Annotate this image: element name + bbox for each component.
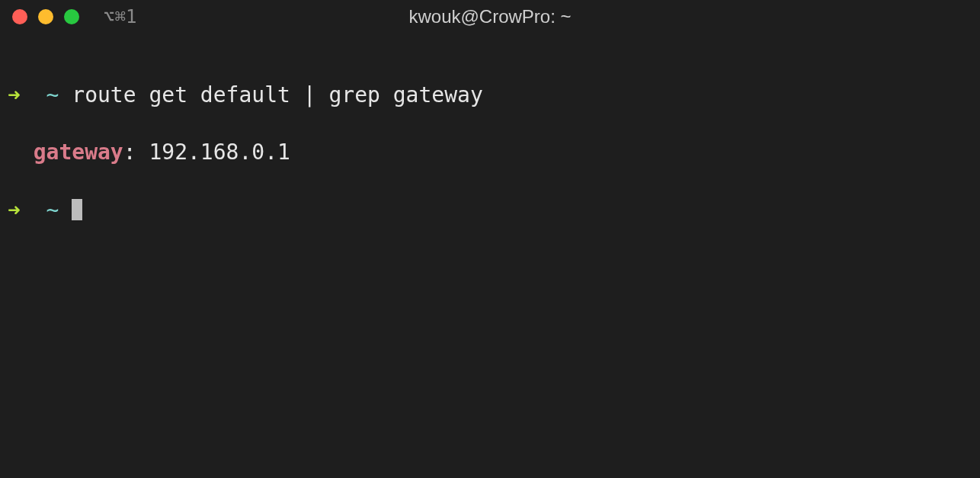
minimize-window-button[interactable]: [38, 9, 53, 24]
output-line-1: gateway: 192.168.0.1: [8, 138, 972, 167]
prompt-arrow-icon: ➜: [8, 197, 21, 223]
tab-shortcut-label: ⌥⌘1: [104, 6, 136, 27]
window-title: kwouk@CrowPro: ~: [408, 6, 571, 27]
prompt-line-2: ➜ ~: [8, 196, 972, 225]
output-value: 192.168.0.1: [149, 140, 290, 165]
zoom-window-button[interactable]: [64, 9, 79, 24]
window-titlebar: ⌥⌘1 kwouk@CrowPro: ~: [0, 0, 980, 34]
traffic-lights: [12, 9, 79, 24]
close-window-button[interactable]: [12, 9, 27, 24]
entered-command: route get default | grep gateway: [72, 82, 482, 107]
output-key: gateway: [34, 140, 123, 165]
terminal-output-area[interactable]: ➜ ~ route get default | grep gateway gat…: [0, 34, 980, 261]
output-sep: :: [123, 140, 149, 165]
text-cursor: [72, 199, 82, 220]
prompt-arrow-icon: ➜: [8, 82, 21, 107]
prompt-line-1: ➜ ~ route get default | grep gateway: [8, 81, 972, 110]
prompt-cwd: ~: [46, 197, 59, 223]
prompt-cwd: ~: [46, 82, 59, 107]
